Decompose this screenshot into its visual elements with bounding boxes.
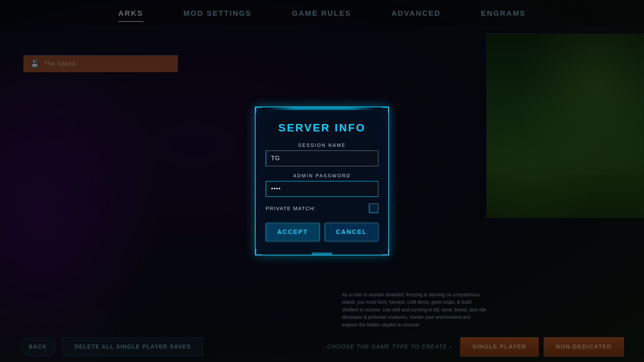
server-info-modal: SERVER INFO SESSION NAME ADMIN PASSWORD … bbox=[255, 107, 389, 255]
session-name-field-wrapper bbox=[266, 150, 378, 166]
modal-button-row: ACCEPT CANCEL bbox=[266, 223, 378, 241]
corner-tl bbox=[255, 107, 262, 113]
private-match-row: PRIVATE MATCH: bbox=[266, 203, 378, 213]
modal-bottom-decoration bbox=[312, 252, 332, 255]
session-name-input[interactable] bbox=[266, 150, 378, 166]
modal-title: SERVER INFO bbox=[256, 112, 388, 142]
corner-tr bbox=[382, 107, 389, 113]
session-name-label: SESSION NAME bbox=[256, 142, 388, 148]
admin-password-field-wrapper bbox=[266, 181, 378, 197]
modal-backdrop: SERVER INFO SESSION NAME ADMIN PASSWORD … bbox=[0, 0, 644, 362]
private-match-label: PRIVATE MATCH: bbox=[266, 205, 316, 211]
admin-password-input[interactable] bbox=[266, 181, 378, 197]
accept-button[interactable]: ACCEPT bbox=[266, 223, 320, 241]
modal-top-decoration bbox=[256, 107, 388, 110]
private-match-checkbox[interactable] bbox=[369, 203, 378, 213]
corner-br bbox=[382, 249, 389, 255]
cancel-button[interactable]: CANCEL bbox=[325, 223, 379, 241]
corner-bl bbox=[255, 249, 262, 255]
admin-password-label: ADMIN PASSWORD bbox=[256, 173, 388, 178]
